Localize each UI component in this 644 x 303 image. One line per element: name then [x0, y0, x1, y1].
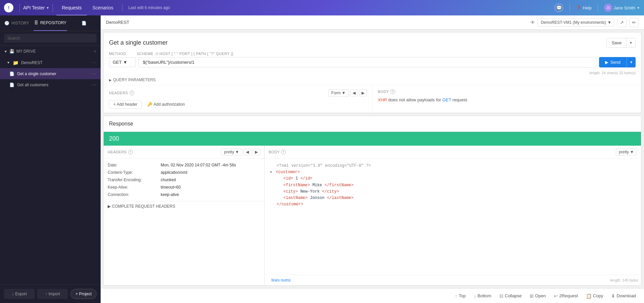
- complete-headers-toggle[interactable]: ▶ COMPLETE REQUEST HEADERS: [104, 201, 264, 211]
- top-button[interactable]: ↑ Top: [452, 292, 469, 300]
- xml-line-1: ▼ <customer>: [270, 169, 636, 175]
- header-key-transfer-encoding: Transfer-Encoding:: [108, 178, 158, 182]
- environment-selector[interactable]: DemoREST-VM1 (My environments) ▼: [538, 18, 614, 27]
- resp-headers-pretty-dropdown[interactable]: pretty ▼: [221, 148, 242, 156]
- resp-headers-info-icon[interactable]: ?: [128, 150, 133, 154]
- headers-info-icon[interactable]: ?: [129, 91, 134, 95]
- lines-nums-link[interactable]: lines nums: [267, 276, 294, 284]
- body-info-icon[interactable]: ?: [390, 89, 395, 94]
- breadcrumb-bar: DemoREST 👁 DemoREST-VM1 (My environments…: [101, 15, 644, 30]
- drive-icon: 💾: [9, 49, 14, 54]
- header-val-transfer-encoding: chunked: [161, 178, 176, 182]
- edit-button[interactable]: ✏: [629, 18, 639, 27]
- sidebar-item-get-all-customers[interactable]: 📄 Get all customers ⋯: [0, 79, 101, 90]
- file-icon-2: 📄: [9, 83, 14, 87]
- last-edit-label: Last edit 6 minutes ago: [128, 5, 170, 10]
- item-more-icon[interactable]: ⋯: [91, 70, 97, 77]
- resp-headers-nav-prev[interactable]: ◀: [244, 149, 251, 155]
- app-name[interactable]: API Tester ▼: [23, 5, 49, 10]
- open-button[interactable]: ⊞ Open: [527, 292, 548, 300]
- save-button[interactable]: Save: [607, 38, 626, 47]
- folder-more-icon: ⋯: [91, 59, 97, 66]
- top-icon: ↑: [455, 293, 458, 299]
- export-button[interactable]: ↓ Export: [4, 289, 35, 299]
- new-request-icon: 📄: [82, 21, 87, 26]
- request-header: Get a single customer Save ▼: [104, 33, 641, 52]
- user-chevron-icon: ▼: [637, 6, 640, 10]
- method-label: METHOD: [109, 52, 126, 56]
- response-title: Response: [109, 121, 636, 127]
- url-input[interactable]: [139, 57, 596, 67]
- main-content: DemoREST 👁 DemoREST-VM1 (My environments…: [101, 15, 644, 303]
- method-select[interactable]: GET ▼: [109, 57, 136, 67]
- method-url-labels: METHOD SCHEME :// HOST [ ":" PORT ] [ PA…: [104, 52, 641, 56]
- tab-history[interactable]: 🕐 HISTORY: [0, 15, 34, 31]
- bottom-icon: ↓: [474, 293, 476, 299]
- method-chevron-icon: ▼: [123, 60, 127, 65]
- collapse-button[interactable]: ⊟ Collapse: [497, 292, 525, 300]
- request-panel: Get a single customer Save ▼ METHOD SCHE…: [103, 32, 641, 113]
- add-header-button[interactable]: + Add header: [109, 100, 142, 109]
- tab-repository[interactable]: 🗄 REPOSITORY: [34, 15, 67, 31]
- chat-icon-btn[interactable]: 💬: [554, 3, 564, 12]
- copy-button[interactable]: 📋 Copy: [583, 292, 606, 300]
- import-icon: ↑: [45, 292, 47, 296]
- breadcrumb-right: 👁 DemoREST-VM1 (My environments) ▼ ↗ ✏: [530, 18, 639, 27]
- help-icon: ❓: [576, 5, 581, 10]
- resp-body-nav: pretty ▼: [616, 148, 637, 156]
- tab-scenarios[interactable]: Scenarios: [87, 0, 118, 15]
- headers-nav-next[interactable]: ▶: [359, 90, 367, 96]
- resp-headers-nav: pretty ▼ ◀ ▶: [221, 148, 260, 156]
- item-more-icon-2[interactable]: ⋯: [91, 82, 97, 88]
- download-button[interactable]: ⬇ Download: [608, 292, 639, 300]
- resp-body-pretty-chevron-icon: ▼: [630, 150, 634, 154]
- user-menu[interactable]: JS Jane Smith ▼: [604, 4, 640, 12]
- header-val-keep-alive: timeout=60: [161, 185, 181, 190]
- resp-body-info-icon[interactable]: ?: [281, 150, 286, 154]
- nav-divider-1: [19, 4, 20, 12]
- nav-divider-3: [122, 4, 122, 12]
- sidebar-content: ▼ 💾 MY DRIVE + ▼ 📁 DemoREST ⋯ 📄 Get a si…: [0, 46, 101, 285]
- bottom-bar: ↑ Top ↓ Bottom ⊟ Collapse ⊞ Open ↩ 2Requ…: [101, 288, 644, 303]
- share-button[interactable]: ↗: [617, 18, 627, 27]
- folder-chevron-icon: ▼: [7, 61, 10, 64]
- collapse-icon[interactable]: ▼: [270, 170, 272, 174]
- nav-right: 💬 ❓ Help JS Jane Smith ▼: [554, 3, 640, 12]
- response-headers-table: Date: Mon, 02 Nov 2020 14:07:02 GMT -4m …: [104, 159, 264, 201]
- copy-icon: 📋: [586, 293, 592, 299]
- header-row-connection: Connection: keep-alive: [108, 191, 260, 198]
- add-project-button[interactable]: + Project: [70, 289, 97, 299]
- send-dropdown-arrow[interactable]: ▼: [627, 57, 636, 67]
- my-drive-section[interactable]: ▼ 💾 MY DRIVE +: [0, 46, 101, 57]
- edit-icon: ✏: [632, 20, 636, 25]
- query-params-toggle[interactable]: ▶ QUERY PARAMETERS: [104, 76, 641, 85]
- send-icon: ▶: [605, 60, 608, 65]
- breadcrumb: DemoREST: [106, 20, 129, 25]
- headers-body-row: HEADERS ? Form ▼ ◀ ▶: [104, 85, 641, 113]
- save-dropdown-arrow[interactable]: ▼: [626, 38, 635, 47]
- help-btn[interactable]: ❓ Help: [576, 5, 592, 10]
- header-key-date: Date:: [108, 163, 158, 167]
- send-button[interactable]: ▶ Send: [599, 57, 627, 67]
- sidebar-folder-demorest[interactable]: ▼ 📁 DemoREST ⋯: [0, 57, 101, 68]
- sidebar-item-get-single-customer[interactable]: 📄 Get a single customer ⋯: [0, 68, 101, 79]
- headers-nav-prev[interactable]: ◀: [350, 90, 358, 96]
- search-input[interactable]: [4, 34, 97, 43]
- nav-divider-2: [53, 4, 53, 12]
- tab-new-request[interactable]: 📄: [67, 15, 101, 31]
- form-dropdown[interactable]: Form ▼: [328, 89, 349, 97]
- export-icon: ↓: [12, 292, 14, 296]
- query-params-chevron-icon: ▶: [109, 78, 112, 82]
- resp-headers-nav-next[interactable]: ▶: [253, 149, 260, 155]
- app-logo[interactable]: !: [4, 3, 13, 12]
- to-request-button[interactable]: ↩ 2Request: [551, 292, 581, 300]
- tab-requests[interactable]: Requests: [56, 0, 87, 15]
- resp-body-header: BODY ? pretty ▼: [265, 146, 641, 159]
- xml-line-2: <id> 1 </id>: [270, 175, 636, 182]
- add-auth-button[interactable]: 🔑 Add authorization: [145, 100, 187, 109]
- user-avatar: JS: [604, 4, 612, 12]
- resp-body-pretty-dropdown[interactable]: pretty ▼: [616, 148, 637, 156]
- import-button[interactable]: ↑ Import: [37, 289, 68, 299]
- body-label-container: BODY ?: [378, 89, 395, 94]
- bottom-button[interactable]: ↓ Bottom: [471, 292, 494, 300]
